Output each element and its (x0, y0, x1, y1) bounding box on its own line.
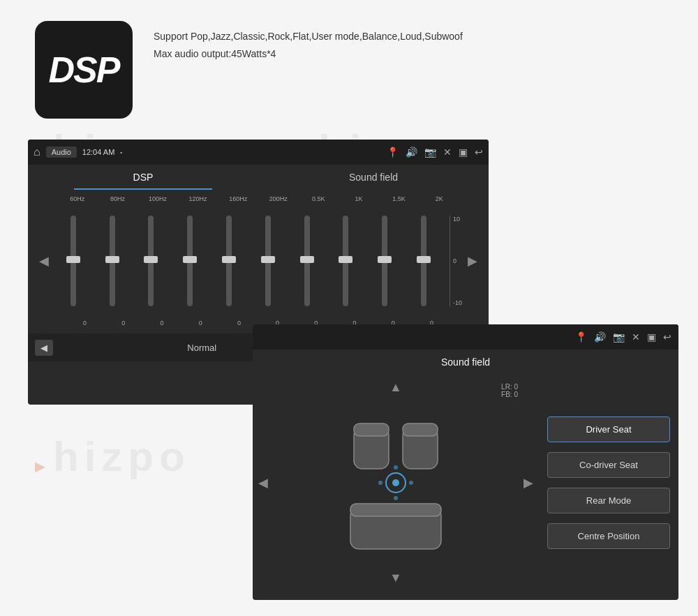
freq-label-1: 80Hz (98, 195, 138, 202)
centre-position-button[interactable]: Centre Position (547, 523, 670, 549)
svg-point-9 (409, 481, 413, 485)
sf-close-icon[interactable]: ✕ (632, 331, 640, 343)
svg-rect-1 (354, 423, 389, 436)
eq-val-3: 0 (181, 320, 220, 326)
eq-area: 60Hz 80Hz 100Hz 120Hz 160Hz 200Hz 0.5K 1… (28, 190, 489, 331)
eq-slider-5[interactable] (249, 205, 287, 317)
window-icon[interactable]: ▣ (459, 147, 468, 158)
scale-top: 10 (453, 216, 460, 223)
close-icon[interactable]: ✕ (443, 147, 452, 158)
status-icons-right: 📍 🔊 📷 ✕ ▣ ↩ (387, 147, 483, 158)
sf-down-arrow[interactable]: ▼ (389, 571, 402, 585)
freq-label-6: 0.5K (299, 195, 339, 202)
freq-label-4: 160Hz (218, 195, 258, 202)
eq-slider-2[interactable] (133, 205, 170, 317)
eq-slider-7[interactable] (327, 205, 365, 317)
freq-label-5: 200Hz (258, 195, 299, 202)
watermark-3: hizpo (35, 433, 191, 481)
sf-buttons: Driver Seat Co-driver Seat Rear Mode Cen… (539, 375, 678, 591)
scale-mid: 0 (453, 257, 456, 264)
car-seats-diagram (340, 406, 452, 559)
svg-point-7 (394, 496, 398, 500)
lr-fb-labels: LR: 0 FB: 0 (501, 383, 518, 398)
eq-freq-labels: 60Hz 80Hz 100Hz 120Hz 160Hz 200Hz 0.5K 1… (36, 195, 480, 202)
tab-sound-field[interactable]: Sound field (258, 165, 489, 190)
eq-sliders-row: ◀ (36, 205, 480, 317)
sf-window-icon[interactable]: ▣ (647, 331, 656, 343)
sf-back-icon[interactable]: ↩ (663, 331, 671, 343)
eq-val-2: 0 (142, 320, 181, 326)
eq-sliders (54, 205, 443, 317)
eq-slider-8[interactable] (366, 205, 403, 317)
eq-val-1: 0 (104, 320, 142, 326)
sf-tab-bar: Sound field (253, 350, 678, 375)
rear-mode-button[interactable]: Rear Mode (547, 488, 670, 513)
home-icon[interactable]: ⌂ (34, 146, 40, 158)
freq-label-9: 2K (419, 195, 459, 202)
sf-volume-icon[interactable]: 🔊 (594, 331, 606, 343)
sound-field-screen: 📍 🔊 📷 ✕ ▣ ↩ Sound field ▲ ▼ ◀ ▶ LR: 0 FB… (253, 324, 678, 600)
freq-label-8: 1.5K (379, 195, 419, 202)
dsp-logo: DSP (35, 21, 133, 119)
sf-right-arrow[interactable]: ▶ (524, 475, 533, 490)
svg-point-8 (378, 481, 383, 485)
eq-val-0: 0 (66, 320, 104, 326)
volume-icon[interactable]: 🔊 (406, 147, 417, 158)
freq-label-7: 1K (339, 195, 379, 202)
sf-left-arrow[interactable]: ◀ (258, 475, 268, 490)
eq-slider-4[interactable] (210, 205, 248, 317)
svg-rect-11 (350, 504, 441, 516)
eq-right-arrow[interactable]: ▶ (465, 253, 480, 269)
co-driver-seat-button[interactable]: Co-driver Seat (547, 452, 670, 478)
status-bar: ⌂ Audio 12:04 AM • 📍 🔊 📷 ✕ ▣ ↩ (28, 140, 489, 165)
sf-content: ▲ ▼ ◀ ▶ LR: 0 FB: 0 (253, 375, 678, 591)
scale-bottom: -10 (453, 299, 462, 306)
fb-label: FB: 0 (501, 391, 518, 398)
tab-bar: DSP Sound field (28, 165, 489, 190)
freq-label-0: 60Hz (57, 195, 98, 202)
eq-slider-0[interactable] (54, 205, 92, 317)
camera-icon[interactable]: 📷 (424, 147, 436, 158)
dsp-description: Support Pop,Jazz,Classic,Rock,Flat,User … (154, 21, 463, 63)
freq-label-3: 120Hz (178, 195, 218, 202)
location-icon[interactable]: 📍 (387, 147, 399, 158)
sf-camera-icon[interactable]: 📷 (613, 331, 625, 343)
eq-slider-1[interactable] (94, 205, 131, 317)
dsp-desc-line2: Max audio output:45Watts*4 (154, 45, 463, 63)
clock-display: 12:04 AM (82, 148, 114, 156)
lr-label: LR: 0 (501, 383, 518, 391)
sf-status-bar: 📍 🔊 📷 ✕ ▣ ↩ (253, 324, 678, 350)
eq-scale: 10 0 -10 (450, 216, 462, 306)
svg-rect-3 (403, 423, 438, 436)
eq-slider-3[interactable] (171, 205, 209, 317)
eq-slider-9[interactable] (405, 205, 443, 317)
tab-dsp[interactable]: DSP (28, 165, 258, 190)
sf-title: Sound field (441, 356, 490, 368)
audio-label[interactable]: Audio (46, 147, 77, 158)
dsp-desc-line1: Support Pop,Jazz,Classic,Rock,Flat,User … (154, 28, 463, 45)
svg-point-5 (392, 479, 399, 486)
dsp-logo-text: DSP (49, 49, 119, 91)
sf-location-icon[interactable]: 📍 (575, 331, 587, 343)
car-diagram: ▲ ▼ ◀ ▶ LR: 0 FB: 0 (253, 375, 539, 591)
eq-left-arrow[interactable]: ◀ (36, 253, 52, 269)
status-dot: • (120, 149, 122, 156)
freq-label-2: 100Hz (138, 195, 178, 202)
sf-up-arrow[interactable]: ▲ (389, 380, 402, 395)
driver-seat-button[interactable]: Driver Seat (547, 416, 670, 442)
dsp-info-section: DSP Support Pop,Jazz,Classic,Rock,Flat,U… (35, 21, 463, 119)
svg-point-6 (394, 465, 398, 469)
back-icon[interactable]: ↩ (475, 147, 483, 158)
eq-slider-6[interactable] (288, 205, 326, 317)
eq-prev-button[interactable]: ◀ (35, 340, 53, 356)
